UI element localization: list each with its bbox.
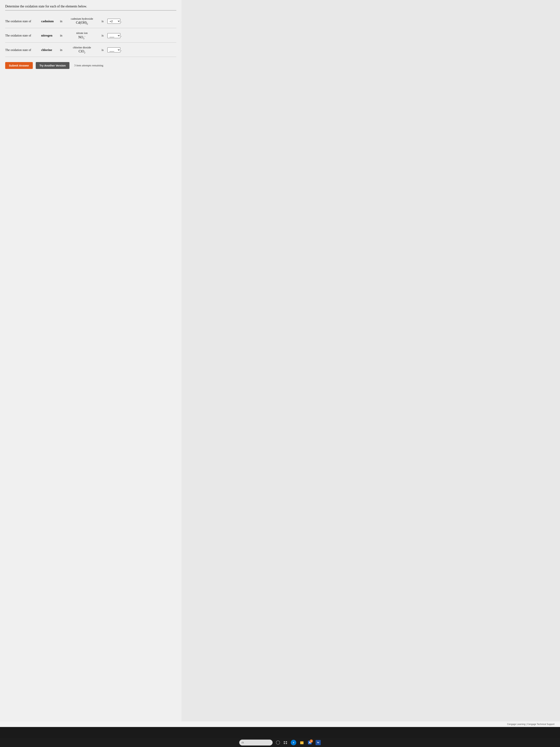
period-3: . <box>121 48 122 52</box>
taskbar-edge[interactable]: e <box>291 740 296 745</box>
cengage-footer: Cengage Learning | Cengage Technical Sup… <box>0 721 560 727</box>
answer-select-cadmium[interactable]: +2 +1 0 -1 -2 +3 +4 <box>107 19 121 24</box>
taskbar: ch e 3 W <box>0 738 560 747</box>
compound-name-nitrogen: nitrate ion <box>76 31 87 35</box>
element-chlorine: chlorine <box>41 48 58 52</box>
taskbar-word[interactable]: W <box>316 740 321 745</box>
cengage-learning-link[interactable]: Cengage Learning <box>507 723 525 725</box>
try-another-button[interactable]: Try Another Version <box>36 62 70 69</box>
compound-formula-cadmium: Cd(OH)2 <box>76 21 88 25</box>
oxidation-label-2: The oxidation state of <box>5 34 41 37</box>
in-word-2: in <box>60 34 62 37</box>
taskbar-search-text: ch <box>241 741 244 744</box>
is-word-1: is <box>102 20 105 23</box>
footer-bar <box>0 727 560 738</box>
buttons-row: Submit Answer Try Another Version 3 item… <box>5 57 176 71</box>
element-cadmium: cadmium <box>41 20 58 23</box>
answer-select-chlorine[interactable]: ___ +1 +2 +3 +4 +5 0 -1 -2 -3 <box>107 47 121 52</box>
compound-formula-nitrogen: NO3− <box>78 35 85 40</box>
attempts-remaining: 3 item attempts remaining <box>74 64 103 67</box>
compound-name-cadmium: cadmium hydroxide <box>71 17 93 20</box>
submit-button[interactable]: Submit Answer <box>5 62 33 69</box>
svg-rect-1 <box>284 741 285 742</box>
svg-rect-2 <box>286 741 287 742</box>
cengage-footer-text: Cengage Learning | Cengage Technical Sup… <box>507 723 555 725</box>
svg-point-0 <box>276 741 280 744</box>
oxidation-label-1: The oxidation state of <box>5 20 41 23</box>
page-title: Determine the oxidation state for each o… <box>5 4 176 10</box>
compound-formula-chlorine: ClO2 <box>79 49 85 54</box>
taskbar-windows-button[interactable] <box>276 741 280 745</box>
taskbar-taskview[interactable] <box>283 741 287 745</box>
oxidation-label-3: The oxidation state of <box>5 48 41 52</box>
taskbar-badge: 3 <box>310 740 313 743</box>
svg-rect-4 <box>286 743 287 744</box>
taskbar-files[interactable] <box>300 740 304 745</box>
taskbar-search[interactable]: ch <box>239 740 273 746</box>
in-word-1: in <box>60 20 62 23</box>
question-row-cadmium: The oxidation state of cadmium in cadmiu… <box>5 14 176 28</box>
question-row-nitrogen: The oxidation state of nitrogen in nitra… <box>5 28 176 43</box>
taskbar-word-icon: W <box>316 740 321 745</box>
compound-block-chlorine: chlorine dioxide ClO2 <box>67 46 97 54</box>
in-word-3: in <box>60 48 62 52</box>
question-row-chlorine: The oxidation state of chlorine in chlor… <box>5 43 176 57</box>
period-2: . <box>121 34 122 37</box>
svg-rect-6 <box>300 742 303 744</box>
period-1: . <box>121 20 122 23</box>
element-nitrogen: nitrogen <box>41 34 58 37</box>
compound-block-cadmium: cadmium hydroxide Cd(OH)2 <box>67 17 97 25</box>
svg-rect-3 <box>284 743 285 744</box>
taskbar-app-with-badge[interactable]: 3 <box>308 740 312 745</box>
is-word-2: is <box>102 34 105 37</box>
compound-name-chlorine: chlorine dioxide <box>73 46 91 49</box>
is-word-3: is <box>102 48 105 52</box>
compound-block-nitrogen: nitrate ion NO3− <box>67 31 97 40</box>
answer-select-nitrogen[interactable]: ___ +1 +2 +3 +4 +5 0 -1 -2 -3 <box>107 33 121 38</box>
cengage-support-link[interactable]: Cengage Technical Support <box>527 723 555 725</box>
